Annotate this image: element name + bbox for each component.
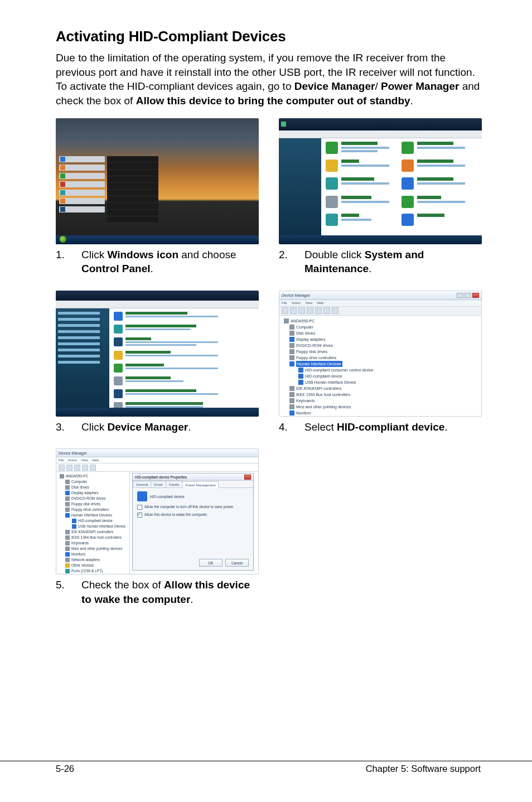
- tree-node[interactable]: Computer: [280, 324, 480, 330]
- tree-node[interactable]: Human Interface Devices: [57, 513, 128, 518]
- sm-item[interactable]: [114, 389, 254, 398]
- dialog-close-button[interactable]: [244, 475, 251, 480]
- tree-leaf[interactable]: USB Human Interface Device: [57, 524, 128, 529]
- tree-node[interactable]: Monitors: [280, 410, 480, 416]
- toolbar-button[interactable]: [74, 465, 80, 471]
- tree-leaf[interactable]: HID-compliant device: [57, 518, 128, 524]
- tab-driver[interactable]: Driver: [151, 481, 166, 487]
- tree-node[interactable]: Keyboards: [280, 398, 480, 404]
- tree-node[interactable]: Monitors: [57, 552, 128, 557]
- tree-node[interactable]: Floppy disk drives: [280, 349, 480, 355]
- cp-item[interactable]: [326, 142, 402, 155]
- toolbar-button[interactable]: [290, 307, 297, 314]
- start-item[interactable]: [107, 216, 158, 223]
- toolbar-button[interactable]: [315, 307, 322, 314]
- start-app[interactable]: [59, 190, 105, 196]
- tree-root[interactable]: ANDA550-PC: [57, 474, 128, 479]
- toolbar-button[interactable]: [59, 465, 65, 471]
- tree-node[interactable]: Disk drives: [280, 330, 480, 336]
- menu-file[interactable]: File: [59, 458, 64, 462]
- checkbox-turn-off[interactable]: Allow the computer to turn off this devi…: [137, 505, 249, 510]
- menu-action[interactable]: Action: [68, 458, 78, 462]
- start-item[interactable]: [107, 163, 158, 170]
- cp-item[interactable]: [402, 177, 477, 191]
- tree-node[interactable]: Keyboards: [57, 540, 128, 546]
- toolbar-button[interactable]: [298, 307, 305, 314]
- tree-node[interactable]: Ports (COM & LPT): [57, 568, 128, 574]
- cp-item[interactable]: [326, 214, 402, 227]
- menu-view[interactable]: View: [305, 301, 312, 305]
- sm-item[interactable]: [114, 364, 254, 373]
- toolbar-button[interactable]: [323, 307, 330, 314]
- menu-file[interactable]: File: [282, 301, 287, 305]
- maximize-button[interactable]: [465, 293, 471, 298]
- start-app[interactable]: [59, 181, 105, 187]
- cp-item[interactable]: [402, 160, 477, 173]
- start-app[interactable]: [59, 165, 105, 171]
- sm-item[interactable]: [114, 337, 254, 347]
- tree-node[interactable]: Other devices: [57, 563, 128, 568]
- windows-start-orb[interactable]: [59, 235, 67, 243]
- tree-root[interactable]: ANDA550-PC: [280, 318, 480, 324]
- start-item[interactable]: [107, 170, 158, 176]
- tab-power-management[interactable]: Power Management: [182, 481, 219, 488]
- cp-item[interactable]: [326, 196, 402, 209]
- menu-help[interactable]: Help: [92, 458, 99, 462]
- tab-general[interactable]: General: [133, 481, 151, 487]
- ok-button[interactable]: OK: [199, 559, 223, 567]
- tab-details[interactable]: Details: [166, 481, 182, 487]
- tree-node[interactable]: Disk drives: [57, 485, 128, 490]
- toolbar-button[interactable]: [307, 307, 313, 314]
- tree-node[interactable]: Display adapters: [280, 336, 480, 342]
- tree-node[interactable]: IDE ATA/ATAPI controllers: [280, 385, 480, 392]
- start-item[interactable]: [107, 203, 158, 210]
- tree-node[interactable]: IDE ATA/ATAPI controllers: [57, 529, 128, 535]
- checkbox-icon[interactable]: [137, 513, 142, 518]
- start-item[interactable]: [107, 210, 158, 216]
- cp-item[interactable]: [326, 177, 402, 191]
- start-item[interactable]: [107, 176, 158, 183]
- menu-help[interactable]: Help: [317, 301, 323, 305]
- start-app[interactable]: [59, 156, 105, 162]
- sm-item[interactable]: [114, 376, 254, 385]
- tree-node[interactable]: DVD/CD-ROM drives: [57, 496, 128, 501]
- minimize-button[interactable]: [457, 293, 463, 298]
- tree-leaf[interactable]: HID-compliant device: [280, 373, 480, 379]
- toolbar-button[interactable]: [90, 465, 96, 471]
- toolbar-button[interactable]: [332, 307, 338, 314]
- cp-item[interactable]: [402, 196, 477, 209]
- tree-node[interactable]: Network adapters: [57, 557, 128, 563]
- start-item[interactable]: [107, 196, 158, 203]
- tree-node[interactable]: Mice and other pointing devices: [280, 404, 480, 410]
- cp-item[interactable]: [402, 214, 477, 227]
- start-app[interactable]: [59, 206, 105, 212]
- sm-item[interactable]: [114, 325, 254, 334]
- cancel-button[interactable]: Cancel: [225, 559, 249, 567]
- close-button[interactable]: [472, 293, 479, 298]
- toolbar-button[interactable]: [66, 465, 72, 471]
- toolbar-button[interactable]: [282, 307, 288, 314]
- menu-view[interactable]: View: [81, 458, 88, 462]
- tree-node[interactable]: Computer: [57, 479, 128, 485]
- address-bar[interactable]: [279, 131, 482, 138]
- start-item[interactable]: [107, 190, 158, 196]
- cp-item[interactable]: [402, 142, 477, 155]
- tree-node-hid[interactable]: Human Interface Devices: [280, 361, 480, 367]
- menu-action[interactable]: Action: [292, 301, 301, 305]
- tree-node[interactable]: Mice and other pointing devices: [57, 546, 128, 552]
- tree-leaf[interactable]: HID-compliant consumer control device: [280, 367, 480, 373]
- tree-node[interactable]: IEEE 1394 Bus host controllers: [57, 535, 128, 540]
- checkbox-wake-computer[interactable]: Allow this device to wake the computer.: [137, 513, 249, 518]
- address-bar[interactable]: [56, 301, 259, 308]
- start-item[interactable]: [107, 183, 158, 190]
- start-item[interactable]: [107, 156, 158, 163]
- checkbox-icon[interactable]: [137, 505, 142, 510]
- tree-node[interactable]: IEEE 1394 Bus host controllers: [280, 392, 480, 398]
- start-app[interactable]: [59, 198, 105, 204]
- start-app[interactable]: [59, 173, 105, 179]
- sm-item[interactable]: [114, 351, 254, 360]
- tree-node[interactable]: Display adapters: [57, 490, 128, 496]
- tree-node[interactable]: Floppy drive controllers: [57, 507, 128, 513]
- tree-node[interactable]: Floppy drive controllers: [280, 355, 480, 361]
- cp-item[interactable]: [326, 160, 402, 173]
